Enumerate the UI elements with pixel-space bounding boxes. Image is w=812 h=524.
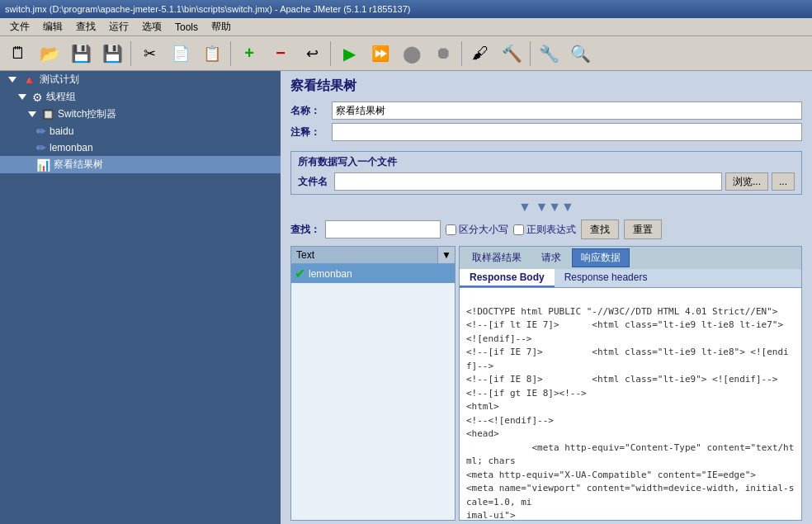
test-plan-icon: 🔺: [22, 73, 36, 87]
file-input[interactable]: [334, 172, 722, 191]
sidebar-item-label: baidu: [50, 125, 73, 137]
sidebar-item-label: Switch控制器: [58, 107, 116, 121]
sidebar-item-thread-group[interactable]: ⚙ 线程组: [0, 88, 281, 106]
main-layout: 🔺 测试计划 ⚙ 线程组 🔲 Switch控制器 ✏ baidu ✏ lem: [0, 71, 812, 524]
tab-response-data[interactable]: 响应数据: [572, 248, 630, 267]
save-as-button[interactable]: 💾: [97, 39, 127, 68]
menu-run[interactable]: 运行: [102, 18, 135, 35]
monitor-button[interactable]: 🔍: [565, 39, 595, 68]
results-list-body: ✔ lemonban: [290, 263, 456, 521]
result-tree-icon: 📊: [36, 158, 50, 172]
thread-group-icon: ⚙: [32, 91, 43, 104]
html-content: <!DOCTYPE html PUBLIC "-//W3C//DTD HTML …: [460, 288, 801, 520]
sidebar-item-label: 察看结果树: [54, 158, 103, 172]
menu-options[interactable]: 选项: [135, 18, 168, 35]
results-area: Text ▼ ✔ lemonban 取样器结果 请求 响应数据: [290, 246, 802, 521]
toolbar-sep-5: [530, 41, 531, 66]
section-title: 所有数据写入一个文件: [298, 155, 795, 169]
switch-icon: 🔲: [42, 109, 54, 120]
case-sensitive-checkbox[interactable]: [446, 224, 456, 235]
lemonban-icon: ✏: [36, 141, 46, 154]
comment-row: 注释：: [290, 123, 802, 141]
filter-dropdown-arrow[interactable]: ▼: [437, 247, 455, 263]
remote-button[interactable]: 🔧: [534, 39, 564, 68]
menu-edit[interactable]: 编辑: [36, 18, 69, 35]
search-button[interactable]: 查找: [581, 220, 619, 239]
tab-sampler-result[interactable]: 取样器结果: [463, 248, 531, 267]
browse-button[interactable]: 浏览...: [725, 172, 768, 191]
list-item-label: lemonban: [309, 268, 352, 280]
sidebar-item-switch-controller[interactable]: 🔲 Switch控制器: [0, 106, 281, 123]
menu-tools[interactable]: Tools: [168, 20, 205, 35]
toolbar-sep-3: [330, 41, 331, 66]
run-button[interactable]: ▶: [334, 39, 364, 68]
filter-label: Text: [291, 247, 437, 263]
comment-label: 注释：: [290, 125, 332, 139]
extra-browse-button[interactable]: ...: [772, 172, 795, 191]
sidebar-item-test-plan[interactable]: 🔺 测试计划: [0, 71, 281, 88]
name-input[interactable]: [332, 101, 802, 120]
subtab-response-headers[interactable]: Response headers: [555, 269, 658, 287]
sidebar-item-result-tree[interactable]: 📊 察看结果树: [0, 156, 281, 173]
success-icon: ✔: [295, 266, 305, 281]
response-section: 取样器结果 请求 响应数据 Response Body Response hea…: [459, 246, 802, 521]
menu-bar: 文件 编辑 查找 运行 选项 Tools 帮助: [0, 18, 812, 36]
expand-icon-3: [26, 108, 40, 121]
open-button[interactable]: 📂: [35, 39, 64, 68]
sidebar: 🔺 测试计划 ⚙ 线程组 🔲 Switch控制器 ✏ baidu ✏ lem: [0, 71, 281, 524]
toolbar-sep-4: [461, 41, 462, 66]
new-button[interactable]: 🗒: [3, 39, 33, 68]
baidu-icon: ✏: [36, 125, 46, 138]
expand-icon-2: [17, 91, 30, 104]
file-row: 文件名 浏览... ...: [298, 172, 795, 191]
results-list-panel: Text ▼ ✔ lemonban: [290, 246, 456, 521]
title-bar: switch.jmx (D:\program\apache-jmeter-5.1…: [0, 0, 812, 18]
comment-input[interactable]: [332, 123, 802, 141]
menu-find[interactable]: 查找: [69, 18, 102, 35]
expand-icon: [7, 73, 20, 87]
sidebar-item-lemonban[interactable]: ✏ lemonban: [0, 139, 281, 156]
file-section: 所有数据写入一个文件 文件名 浏览... ...: [290, 151, 802, 195]
list-item-lemonban[interactable]: ✔ lemonban: [291, 264, 455, 283]
subtab-response-body[interactable]: Response Body: [460, 269, 555, 287]
menu-help[interactable]: 帮助: [205, 18, 238, 35]
sidebar-item-baidu[interactable]: ✏ baidu: [0, 123, 281, 139]
save-button[interactable]: 💾: [66, 39, 96, 68]
search-label: 查找：: [290, 223, 320, 237]
name-label: 名称：: [290, 104, 332, 118]
regex-label: 正则表达式: [513, 223, 576, 237]
undo-button[interactable]: ↩: [297, 39, 327, 68]
add-button[interactable]: +: [234, 39, 264, 68]
reset-button[interactable]: 重置: [624, 220, 662, 239]
stop-button[interactable]: ⬤: [397, 39, 427, 68]
response-body-text: <!DOCTYPE html PUBLIC "-//W3C//DTD HTML …: [466, 291, 795, 520]
sidebar-item-label: 测试计划: [40, 73, 79, 87]
remove-button[interactable]: −: [266, 39, 295, 68]
arrows-row: ▼ ▼▼▼: [281, 198, 812, 216]
panel-title: 察看结果树: [281, 71, 812, 98]
toolbar-sep-1: [130, 41, 131, 66]
cut-button[interactable]: ✂: [135, 39, 164, 68]
clear-all-button[interactable]: 🔨: [497, 39, 526, 68]
top-tabs-row: 取样器结果 请求 响应数据: [460, 247, 801, 269]
copy-button[interactable]: 📄: [166, 39, 196, 68]
file-label: 文件名: [298, 175, 331, 189]
sidebar-item-label: lemonban: [50, 142, 93, 153]
search-input[interactable]: [325, 220, 441, 238]
stop-force-button[interactable]: ⏺: [428, 39, 458, 68]
toolbar-sep-2: [230, 41, 231, 66]
sidebar-item-label: 线程组: [46, 90, 76, 104]
clear-button[interactable]: 🖌: [465, 39, 495, 68]
run-all-button[interactable]: ⏩: [366, 39, 395, 68]
right-panel: 察看结果树 名称： 注释： 所有数据写入一个文件 文件名 浏览... ... ▼…: [281, 71, 812, 524]
filter-header: Text ▼: [290, 246, 456, 263]
toolbar: 🗒 📂 💾 💾 ✂ 📄 📋 + − ↩ ▶ ⏩ ⬤ ⏺ 🖌 �: [0, 36, 812, 71]
name-row: 名称：: [290, 101, 802, 120]
menu-file[interactable]: 文件: [3, 18, 36, 35]
sub-tabs-row: Response Body Response headers: [460, 269, 801, 288]
tab-request[interactable]: 请求: [532, 248, 570, 267]
regex-checkbox[interactable]: [513, 224, 524, 235]
case-sensitive-label: 区分大小写: [446, 223, 508, 237]
search-row: 查找： 区分大小写 正则表达式 查找 重置: [281, 216, 812, 243]
paste-button[interactable]: 📋: [197, 39, 227, 68]
